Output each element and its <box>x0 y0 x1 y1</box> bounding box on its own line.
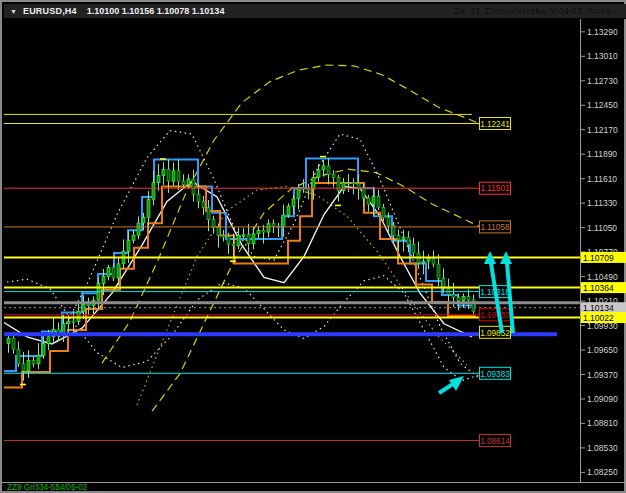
axis-tick-label: 1.09090 <box>587 394 618 404</box>
axis-tick-label: 1.13010 <box>587 51 618 61</box>
candle-bear <box>397 236 400 240</box>
candle-bear <box>17 349 20 364</box>
candle-bull <box>402 237 405 240</box>
axis-price-highlight-text: 1.10364 <box>583 283 614 293</box>
indicator-footer-text: ZZ9 Gri334-554/05-02 <box>7 482 87 492</box>
candle-bear <box>432 258 435 264</box>
candle-bear <box>167 169 170 181</box>
fractal-up-mark <box>320 156 326 158</box>
price-level-label-text: 1.09852 <box>480 329 510 338</box>
price-level-label-text: 1.09383 <box>480 370 510 379</box>
axis-price-highlight: 1.10022 <box>581 312 626 323</box>
candle-bear <box>87 304 90 306</box>
candle-bull <box>147 199 150 217</box>
axis-tick-label: 1.09370 <box>587 370 618 380</box>
price-level-label[interactable]: 1.11058 <box>480 221 511 233</box>
candle-bull <box>7 338 10 343</box>
price-level-label-text: 1.08614 <box>480 437 510 446</box>
price-level-label-text: 1.10053 <box>480 311 510 320</box>
axis-tick-label: 1.10490 <box>587 272 618 282</box>
fractal-down-mark <box>335 205 341 207</box>
candle-bear <box>212 220 215 228</box>
candle-bear <box>182 181 185 185</box>
candles <box>7 156 475 386</box>
axis-tick-label: 1.11610 <box>587 174 617 184</box>
ohlc-quote-text: 1.10100 1.10156 1.10078 1.10134 <box>87 6 225 16</box>
candle-bull <box>127 240 130 251</box>
axis-tick-label: 1.11890 <box>587 149 617 159</box>
candle-bull <box>422 261 425 263</box>
axis-tick-label: 1.11330 <box>587 198 617 208</box>
candle-bear <box>222 236 225 238</box>
fractal-up-mark <box>160 158 166 160</box>
candle-bear <box>227 236 230 244</box>
axis-price-highlight-text: 1.10134 <box>583 303 614 313</box>
candle-bear <box>382 207 385 217</box>
candle-bull <box>67 321 70 324</box>
candle-bull <box>257 231 260 234</box>
candle-bear <box>72 321 75 323</box>
symbol-period-title: EURUSD,H4 <box>23 6 77 16</box>
chart-window: 1.122411.115011.110581.103181.100531.098… <box>0 0 626 493</box>
candle-bear <box>367 198 370 204</box>
candle-bear <box>467 297 470 300</box>
axis-tick-label: 1.08810 <box>587 418 618 428</box>
candle-bull <box>137 223 140 235</box>
axis-price-highlight: 1.10709 <box>581 252 626 263</box>
price-level-label[interactable]: 1.08614 <box>480 435 511 447</box>
candle-bear <box>207 208 210 220</box>
candle-bull <box>312 177 315 189</box>
candle-bull <box>237 236 240 246</box>
price-level-label[interactable]: 1.10053 <box>480 309 511 321</box>
candle-bear <box>112 268 115 279</box>
candle-bull <box>77 311 80 321</box>
yellow-dotted-band <box>137 187 467 406</box>
axis-price-highlight: 1.10364 <box>581 282 626 293</box>
candle-bear <box>407 237 410 244</box>
candle-bull <box>342 183 345 191</box>
axis-price-highlight-text: 1.10709 <box>583 253 614 263</box>
candle-bear <box>197 194 200 201</box>
axis-tick-label: 1.12730 <box>587 76 618 86</box>
candle-bear <box>352 182 355 184</box>
candle-bull <box>107 268 110 277</box>
candle-bear <box>262 231 265 233</box>
candle-bull <box>172 171 175 181</box>
yellow-dashed-lower-band <box>152 169 480 411</box>
price-axis[interactable]: 1.132901.130101.127301.124501.121701.118… <box>2 19 626 483</box>
candle-bull <box>27 361 30 371</box>
candle-bear <box>272 224 275 227</box>
candle-bull <box>297 188 300 199</box>
candle-bull <box>322 166 325 170</box>
price-level-label[interactable]: 1.11501 <box>480 182 511 194</box>
candle-bear <box>22 364 25 371</box>
candle-bear <box>232 244 235 246</box>
arrow-shaft[interactable] <box>439 384 453 393</box>
candle-bear <box>357 183 360 188</box>
chart-window-titlebar[interactable]: ▼ EURUSD,H4 1.10100 1.10156 1.10078 1.10… <box>4 4 626 19</box>
axis-tick-label: 1.08250 <box>587 467 618 477</box>
candle-bull <box>287 206 290 215</box>
axis-price-highlight: 1.10134 <box>581 302 626 313</box>
price-level-label-text: 1.11058 <box>481 223 510 232</box>
candle-bull <box>157 175 160 182</box>
cyan-ne-arrow[interactable] <box>439 376 464 393</box>
price-level-label[interactable]: 1.09852 <box>480 326 511 338</box>
fractal-down-mark <box>20 384 26 386</box>
axis-tick-label: 1.09650 <box>587 345 618 355</box>
price-level-label[interactable]: 1.09383 <box>480 367 511 379</box>
window-menu-icon[interactable]: ▼ <box>10 8 17 15</box>
axis-tick-label: 1.13290 <box>587 27 618 37</box>
chart-canvas[interactable]: 1.122411.115011.110581.103181.100531.098… <box>2 2 626 493</box>
arrow-head[interactable] <box>449 376 464 391</box>
candle-bull <box>372 196 375 204</box>
candle-bull <box>242 235 245 237</box>
candle-bear <box>327 166 330 175</box>
axis-tick-label: 1.12170 <box>587 125 618 135</box>
candle-bear <box>377 196 380 207</box>
price-level-label-text: 1.11501 <box>481 184 510 193</box>
price-level-label[interactable]: 1.12241 <box>480 118 511 130</box>
candle-bull <box>37 355 40 364</box>
candle-bull <box>162 169 165 175</box>
candle-bull <box>102 276 105 283</box>
